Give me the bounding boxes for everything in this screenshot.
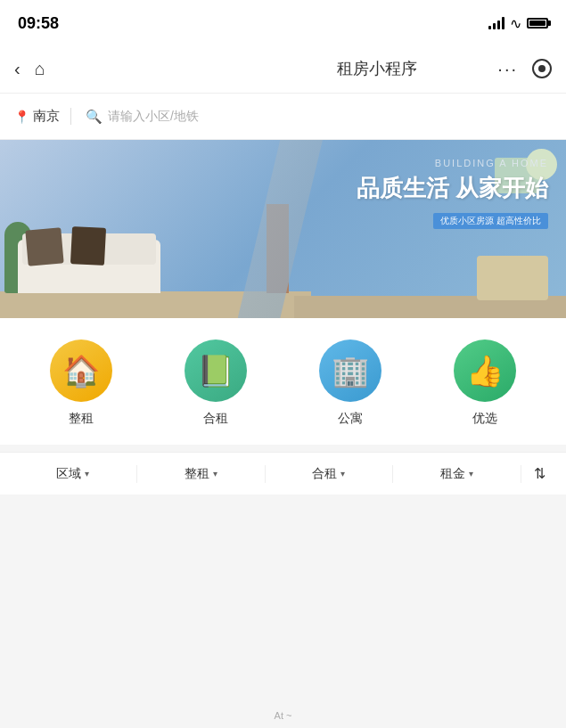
location-selector[interactable]: 📍 南京 bbox=[14, 108, 71, 125]
more-button[interactable]: ··· bbox=[497, 59, 518, 79]
youxuan-icon-wrap: 👍 bbox=[454, 339, 516, 402]
gongyu-icon-wrap: 🏢 bbox=[319, 339, 381, 402]
filter-bar: 区域 ▾ 整租 ▾ 合租 ▾ 租金 ▾ ⇅ bbox=[0, 452, 566, 495]
status-time: 09:58 bbox=[18, 14, 59, 33]
youxuan-icon: 👍 bbox=[466, 353, 504, 389]
gongyu-icon: 🏢 bbox=[332, 353, 369, 389]
hezi-icon-wrap: 📗 bbox=[185, 339, 247, 402]
filter-hezi[interactable]: 合租 ▾ bbox=[266, 453, 393, 495]
banner-main-title: 品质生活 从家开始 bbox=[357, 174, 548, 204]
category-youxuan[interactable]: 👍 优选 bbox=[454, 339, 516, 427]
filter-zhengzu[interactable]: 整租 ▾ bbox=[137, 453, 265, 495]
nav-bar: ‹ ⌂ 租房小程序 ··· bbox=[0, 45, 566, 94]
signal-icon bbox=[488, 17, 504, 29]
nav-title: 租房小程序 bbox=[256, 58, 497, 79]
banner-tag: 优质小区房源 超高性价比 bbox=[433, 213, 548, 229]
search-placeholder: 请输入小区/地铁 bbox=[108, 109, 199, 125]
hezi-icon: 📗 bbox=[197, 353, 234, 389]
filter-quyu-chevron: ▾ bbox=[85, 469, 89, 479]
filter-zhengzu-chevron: ▾ bbox=[213, 469, 217, 479]
battery-icon bbox=[527, 18, 548, 29]
search-icon: 🔍 bbox=[86, 109, 103, 125]
filter-hezi-chevron: ▾ bbox=[340, 469, 345, 479]
filter-zhengzu-label: 整租 bbox=[185, 466, 209, 482]
hezi-label: 合租 bbox=[203, 411, 228, 427]
wifi-icon: ∿ bbox=[510, 15, 521, 32]
categories: 🏠 整租 📗 合租 🏢 公寓 👍 优选 bbox=[0, 318, 566, 445]
status-bar: 09:58 ∿ bbox=[0, 0, 566, 45]
filter-zujin[interactable]: 租金 ▾ bbox=[393, 453, 521, 495]
location-pin-icon: 📍 bbox=[14, 110, 29, 124]
filter-zujin-label: 租金 bbox=[440, 466, 465, 482]
category-zhengzu[interactable]: 🏠 整租 bbox=[50, 339, 112, 427]
nav-left: ‹ ⌂ bbox=[14, 59, 256, 79]
banner-sub-title: BUILDING A HOME bbox=[357, 158, 548, 168]
location-text: 南京 bbox=[33, 108, 60, 125]
search-input-area[interactable]: 🔍 请输入小区/地铁 bbox=[71, 109, 552, 125]
banner-text-area: BUILDING A HOME 品质生活 从家开始 优质小区房源 超高性价比 bbox=[357, 158, 548, 229]
bottom-hint: At ~ bbox=[0, 703, 566, 728]
nav-right: ··· bbox=[497, 59, 552, 79]
filter-quyu[interactable]: 区域 ▾ bbox=[9, 453, 136, 495]
zhengzu-icon: 🏠 bbox=[62, 353, 100, 389]
zhengzu-label: 整租 bbox=[69, 411, 94, 427]
gongyu-label: 公寓 bbox=[338, 411, 363, 427]
youxuan-label: 优选 bbox=[472, 411, 497, 427]
filter-sort-button[interactable]: ⇅ bbox=[521, 465, 557, 482]
home-button[interactable]: ⌂ bbox=[35, 59, 45, 79]
category-hezi[interactable]: 📗 合租 bbox=[185, 339, 247, 427]
category-gongyu[interactable]: 🏢 公寓 bbox=[319, 339, 381, 427]
record-icon bbox=[538, 65, 545, 72]
search-bar: 📍 南京 🔍 请输入小区/地铁 bbox=[0, 94, 566, 140]
banner-background: BUILDING A HOME 品质生活 从家开始 优质小区房源 超高性价比 bbox=[0, 140, 566, 318]
filter-hezi-label: 合租 bbox=[312, 466, 337, 482]
filter-zujin-chevron: ▾ bbox=[469, 469, 473, 479]
record-button[interactable] bbox=[532, 59, 552, 78]
filter-quyu-label: 区域 bbox=[56, 466, 81, 482]
banner[interactable]: BUILDING A HOME 品质生活 从家开始 优质小区房源 超高性价比 bbox=[0, 140, 566, 318]
zhengzu-icon-wrap: 🏠 bbox=[50, 339, 112, 402]
back-button[interactable]: ‹ bbox=[14, 59, 21, 79]
status-icons: ∿ bbox=[488, 15, 548, 32]
sort-icon: ⇅ bbox=[534, 465, 545, 482]
